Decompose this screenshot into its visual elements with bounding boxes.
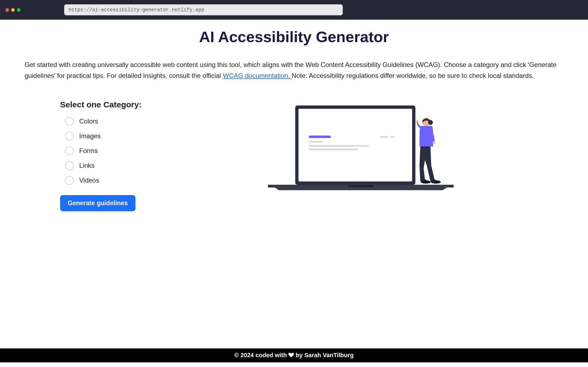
page-title: AI Accessibility Generator xyxy=(25,28,563,46)
radio-option-forms[interactable]: Forms xyxy=(65,146,141,155)
radio-circle-icon xyxy=(65,117,74,126)
category-form: Select one Category: Colors Images Forms xyxy=(60,100,141,211)
radio-option-images[interactable]: Images xyxy=(65,132,141,140)
radio-option-links[interactable]: Links xyxy=(65,161,141,170)
intro-paragraph: Get started with creating universally ac… xyxy=(25,59,563,81)
radio-label: Images xyxy=(79,132,101,140)
svg-point-15 xyxy=(421,180,431,184)
svg-rect-4 xyxy=(309,136,331,138)
window-controls xyxy=(5,8,20,12)
main-content: AI Accessibility Generator Get started w… xyxy=(0,20,588,348)
svg-rect-1 xyxy=(348,185,373,187)
radio-group: Colors Images Forms Links Videos xyxy=(60,117,141,185)
content-row: Select one Category: Colors Images Forms xyxy=(25,100,563,211)
radio-circle-icon xyxy=(65,132,74,140)
svg-rect-6 xyxy=(309,145,369,147)
illustration-svg xyxy=(268,105,454,196)
url-bar[interactable]: https://ai-accessibility-generator.netli… xyxy=(64,4,343,15)
svg-rect-8 xyxy=(380,136,388,138)
intro-text-after: Note: Accessibility regulations differ w… xyxy=(292,72,534,79)
browser-chrome: https://ai-accessibility-generator.netli… xyxy=(0,0,588,20)
radio-circle-icon xyxy=(65,146,74,155)
radio-option-videos[interactable]: Videos xyxy=(65,176,141,185)
heart-icon xyxy=(288,352,294,359)
minimize-window-icon[interactable] xyxy=(11,8,15,12)
footer-prefix: © 2024 coded with xyxy=(234,352,288,359)
close-window-icon[interactable] xyxy=(5,8,9,12)
svg-point-12 xyxy=(416,120,418,123)
radio-label: Forms xyxy=(79,147,98,155)
generate-guidelines-button[interactable]: Generate guidelines xyxy=(60,195,135,211)
svg-point-13 xyxy=(433,141,435,144)
svg-rect-9 xyxy=(390,136,394,138)
svg-rect-5 xyxy=(309,141,323,143)
footer: © 2024 coded with by Sarah VanTilburg xyxy=(0,348,588,362)
radio-circle-icon xyxy=(65,161,74,170)
laptop-illustration xyxy=(158,100,563,196)
footer-suffix: by Sarah VanTilburg xyxy=(296,352,354,359)
radio-label: Links xyxy=(79,162,94,169)
radio-option-colors[interactable]: Colors xyxy=(65,117,141,126)
maximize-window-icon[interactable] xyxy=(17,8,20,12)
radio-circle-icon xyxy=(65,176,74,185)
svg-point-14 xyxy=(431,180,441,184)
svg-rect-7 xyxy=(309,149,358,150)
radio-label: Videos xyxy=(79,177,99,184)
wcag-documentation-link[interactable]: WCAG documentation. xyxy=(223,72,292,79)
radio-label: Colors xyxy=(79,118,98,125)
category-heading: Select one Category: xyxy=(60,100,141,109)
